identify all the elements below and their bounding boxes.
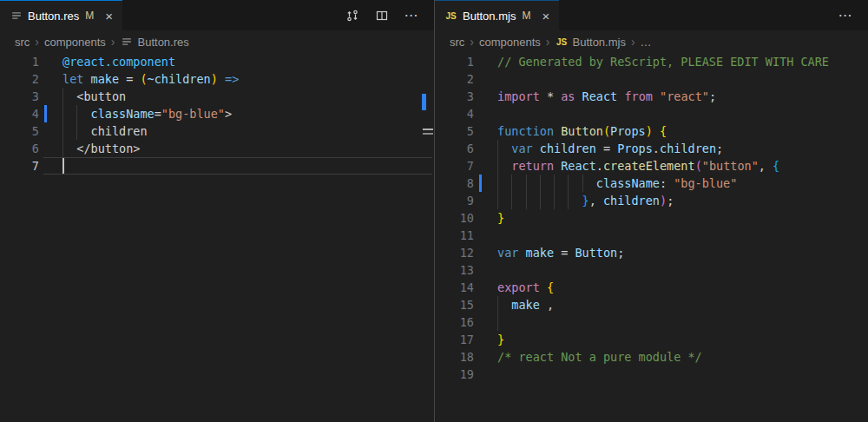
line-number[interactable]: 12	[435, 244, 474, 261]
open-changes-icon[interactable]	[344, 7, 361, 24]
code-token: as	[561, 89, 575, 103]
line-number[interactable]: 2	[0, 70, 39, 88]
code-line[interactable]: 14export {	[435, 279, 868, 296]
code-token: import	[497, 89, 540, 103]
code-line-content: <button	[62, 88, 434, 105]
code-token: createElement	[603, 159, 695, 173]
line-number[interactable]: 16	[435, 313, 474, 331]
line-number[interactable]: 1	[0, 53, 39, 70]
code-token	[497, 298, 511, 312]
code-line[interactable]: 4 className="bg-blue">	[0, 105, 434, 122]
line-number[interactable]: 7	[0, 157, 39, 175]
close-icon[interactable]: ×	[542, 10, 549, 23]
code-line[interactable]: 7 return React.createElement("button", {	[435, 157, 868, 175]
more-actions-icon[interactable]: ⋯	[837, 7, 854, 24]
line-number[interactable]: 2	[435, 70, 474, 88]
code-token: var	[497, 246, 518, 260]
overview-ruler[interactable]	[422, 53, 434, 422]
breadcrumb-file[interactable]: Button.res	[138, 36, 189, 49]
gutter-decorations	[474, 70, 497, 88]
code-line[interactable]: 10}	[435, 209, 868, 227]
breadcrumb-src[interactable]: src	[450, 36, 464, 49]
more-actions-icon[interactable]: ⋯	[403, 7, 420, 24]
ruler-cursor-marker	[423, 133, 433, 135]
line-number[interactable]: 9	[435, 192, 474, 209]
line-number[interactable]: 11	[435, 227, 474, 244]
modified-badge: M	[522, 10, 530, 22]
code-token	[554, 89, 561, 103]
line-number[interactable]: 13	[435, 261, 474, 279]
code-line[interactable]: 15 make ,	[435, 296, 868, 313]
close-icon[interactable]: ×	[105, 10, 113, 23]
code-line[interactable]: 8 className: "bg-blue"	[435, 175, 868, 192]
line-number[interactable]: 4	[0, 105, 39, 122]
code-line[interactable]: 6 </button>	[0, 140, 434, 157]
indent-guide	[554, 175, 555, 192]
line-number[interactable]: 5	[0, 122, 39, 140]
code-token: ;	[617, 246, 624, 260]
code-line[interactable]: 3 <button	[0, 88, 434, 105]
code-line[interactable]: 5 children	[0, 122, 434, 140]
breadcrumb-src[interactable]: src	[15, 36, 30, 49]
code-token: (	[695, 159, 702, 173]
code-line[interactable]: 4	[435, 105, 868, 122]
git-modified-indicator	[479, 175, 482, 192]
code-line[interactable]: 9 }, children);	[435, 192, 868, 209]
gutter-decorations	[39, 140, 62, 157]
code-line[interactable]: 12var make = Button;	[435, 244, 868, 261]
line-number[interactable]: 3	[435, 88, 474, 105]
code-token: children	[603, 194, 660, 208]
code-line[interactable]: 1@react.component	[0, 53, 434, 70]
line-number[interactable]: 10	[435, 209, 474, 227]
code-line[interactable]: 2let make = (~children) =>	[0, 70, 434, 88]
indent-guide	[526, 192, 527, 209]
line-number[interactable]: 15	[435, 296, 474, 313]
line-number[interactable]: 17	[435, 331, 474, 348]
code-line[interactable]: 3import * as React from "react";	[435, 88, 868, 105]
code-line[interactable]: 6 var children = Props.children;	[435, 140, 868, 157]
indent-guide	[62, 105, 63, 122]
code-line[interactable]: 1// Generated by ReScript, PLEASE EDIT W…	[435, 53, 868, 70]
breadcrumb-file[interactable]: Button.mjs	[573, 36, 626, 49]
breadcrumb-components[interactable]: components	[44, 36, 106, 49]
code-line[interactable]: 11	[435, 227, 868, 244]
line-number[interactable]: 18	[435, 348, 474, 366]
line-number[interactable]: 6	[0, 140, 39, 157]
code-line[interactable]: 19	[435, 366, 868, 383]
line-number[interactable]: 4	[435, 105, 474, 122]
tab-bar-left: Button.res M ×	[0, 0, 434, 30]
gutter-decorations	[474, 157, 497, 175]
code-token: ~children	[148, 72, 211, 86]
code-line[interactable]: 17}	[435, 331, 868, 348]
code-line[interactable]: 2	[435, 70, 868, 88]
line-number[interactable]: 8	[435, 175, 474, 192]
breadcrumb-components[interactable]: components	[479, 36, 541, 49]
line-number[interactable]: 1	[435, 53, 474, 70]
indent-guide	[497, 175, 498, 192]
code-line[interactable]: 16	[435, 313, 868, 331]
code-token: ,	[759, 159, 773, 173]
split-editor-icon[interactable]	[373, 7, 391, 24]
tab-button-res[interactable]: Button.res M ×	[0, 0, 122, 30]
line-number[interactable]: 5	[435, 122, 474, 140]
code-token: React	[561, 159, 596, 173]
code-token: className	[596, 176, 660, 190]
code-line-content: /* react Not a pure module */	[497, 348, 868, 366]
breadcrumb-symbol-ellipsis[interactable]: …	[641, 36, 652, 49]
line-number[interactable]: 19	[435, 366, 474, 383]
code-editor-left[interactable]: 1@react.component2let make = (~children)…	[0, 53, 434, 422]
line-number[interactable]: 14	[435, 279, 474, 296]
code-editor-right[interactable]: 1// Generated by ReScript, PLEASE EDIT W…	[435, 53, 868, 422]
line-number[interactable]: 3	[0, 88, 39, 105]
line-number[interactable]: 7	[435, 157, 474, 175]
code-line[interactable]: 7	[0, 157, 434, 175]
gutter-decorations	[474, 296, 497, 313]
code-token: )	[660, 194, 667, 208]
code-line[interactable]: 18/* react Not a pure module */	[435, 348, 868, 366]
chevron-icon: ›	[110, 35, 116, 49]
code-line[interactable]: 13	[435, 261, 868, 279]
line-number[interactable]: 6	[435, 140, 474, 157]
tab-button-mjs[interactable]: JS Button.mjs M ×	[435, 0, 559, 30]
code-line[interactable]: 5function Button(Props) {	[435, 122, 868, 140]
gutter-decorations	[474, 140, 497, 157]
